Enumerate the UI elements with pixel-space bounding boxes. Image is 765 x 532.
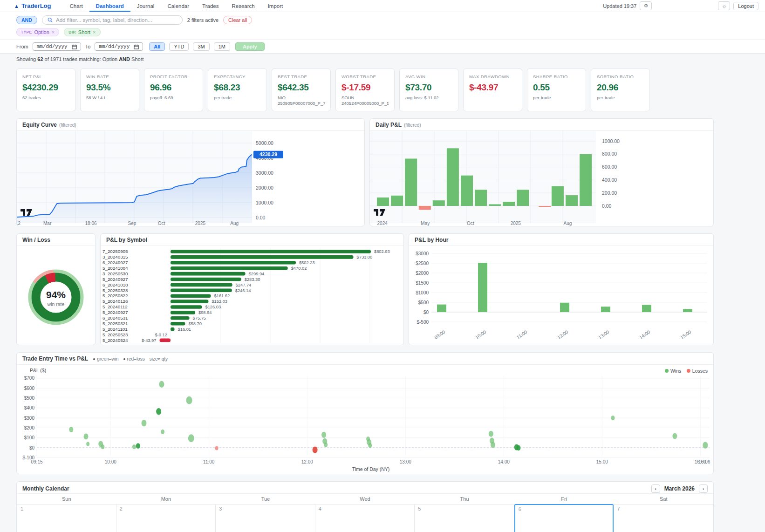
hour-bar <box>683 309 692 312</box>
kpi-card-win-rate: WIN RATE93.5%58 W / 4 L <box>80 68 139 111</box>
chip-category: DIR <box>68 30 76 34</box>
calendar-day-cell-7[interactable]: 7 <box>614 504 713 532</box>
equity-y-tick: 0.00 <box>256 215 266 220</box>
sun-icon: ☼ <box>722 3 726 9</box>
nav-tab-research[interactable]: Research <box>225 0 261 12</box>
hour-bar <box>478 263 487 312</box>
daily-y-tick: 1000.00 <box>602 138 620 144</box>
scatter-x-tick: 14:00 <box>498 459 510 464</box>
scatter-win-point <box>491 442 495 448</box>
chip-remove-icon[interactable]: × <box>52 29 55 35</box>
showing-summary: Showing 62 of 1971 trades matching: Opti… <box>0 54 765 64</box>
nav-tab-calendar[interactable]: Calendar <box>161 0 196 12</box>
kpi-card-net-p-l: NET P&L$4230.2962 trades <box>16 68 75 111</box>
nav-tab-trades[interactable]: Trades <box>196 0 225 12</box>
from-date-input[interactable]: mm/dd/yyyy <box>33 42 81 51</box>
scatter-x-tick: 16:06 <box>698 459 710 464</box>
kpi-label: EXPECTANCY <box>214 74 261 79</box>
scatter-win-point <box>69 427 73 432</box>
hour-x-label: 14:00 <box>638 329 651 340</box>
nav-tab-journal[interactable]: Journal <box>130 0 161 12</box>
scatter-y-tick: $400 <box>24 405 35 410</box>
logout-button[interactable]: Logout <box>733 2 758 10</box>
chip-remove-icon[interactable]: × <box>93 29 96 35</box>
equity-x-label: 2025 <box>195 221 206 226</box>
calendar-date-row: 1234567 <box>17 504 713 532</box>
kpi-value: $68.23 <box>214 82 261 93</box>
kpi-label: WORST TRADE <box>342 74 389 79</box>
equity-y-tick: 1000.00 <box>256 200 273 205</box>
symbol-row-value: $299.94 <box>249 272 265 276</box>
preset-button-all[interactable]: All <box>149 42 165 51</box>
filter-operator-pill[interactable]: AND <box>16 16 37 24</box>
daily-bar <box>377 198 389 206</box>
kpi-label: WIN RATE <box>86 74 133 79</box>
hour-y-tick: $3000 <box>416 251 429 256</box>
symbol-row-label: 5_20241004 <box>102 266 128 271</box>
app-brand[interactable]: ▲ TraderLog <box>14 0 51 12</box>
symbol-row-label: 5_20250328 <box>102 288 128 293</box>
calendar-day-cell-4[interactable]: 4 <box>315 504 415 532</box>
daily-bar <box>539 206 551 207</box>
symbol-row-value: $470.02 <box>291 266 307 271</box>
chevron-left-icon: ‹ <box>655 486 656 491</box>
calendar-weekday-wed: Wed <box>315 494 415 504</box>
calendar-day-cell-3[interactable]: 3 <box>216 504 315 532</box>
preset-button-1m[interactable]: 1M <box>214 42 230 51</box>
symbol-row-label: 5_20250321 <box>102 321 128 326</box>
scatter-note: red=loss <box>123 356 145 361</box>
hour-x-label: 13:00 <box>597 329 610 340</box>
daily-bar <box>475 190 487 206</box>
nav-tab-chart[interactable]: Chart <box>63 0 89 12</box>
equity-y-tick: 5000.00 <box>256 140 273 146</box>
kpi-card-sharpe-ratio: SHARPE RATIO0.55per-trade <box>527 68 586 111</box>
kpi-subtext: 62 trades <box>22 95 69 101</box>
calendar-day-cell-5[interactable]: 5 <box>415 504 514 532</box>
calendar-prev-button[interactable]: ‹ <box>651 484 660 493</box>
kpi-subtext: NIO250905P00007000_P_7_2025090 <box>278 95 325 107</box>
apply-button[interactable]: Apply <box>235 42 265 51</box>
scatter-note: green=win <box>93 356 118 361</box>
refresh-settings-button[interactable]: ⚙ <box>640 1 652 10</box>
hour-x-label: 10:00 <box>474 329 487 340</box>
scatter-win-point <box>516 445 520 451</box>
calendar-day-cell-6[interactable]: 6 <box>514 504 614 532</box>
symbol-row-label: 3_20240315 <box>102 254 128 259</box>
hour-x-label: 15:00 <box>679 329 692 340</box>
scatter-win-point <box>321 432 326 438</box>
scatter-y-axis-title: P&L ($) <box>30 368 46 373</box>
preset-button-3m[interactable]: 3M <box>193 42 209 51</box>
preset-button-ytd[interactable]: YTD <box>169 42 189 51</box>
equity-curve-chart: 0.001000.002000.003000.004000.005000.004… <box>17 131 364 226</box>
scatter-x-tick: 12:00 <box>301 459 313 464</box>
symbol-row-label: 6_20241018 <box>102 282 128 287</box>
calendar-next-button[interactable]: › <box>699 484 708 493</box>
filter-search-box[interactable] <box>42 15 183 25</box>
theme-toggle-button[interactable]: ☼ <box>718 1 730 10</box>
equity-last-value-badge: 4230.29 <box>253 151 283 158</box>
calendar-weekday-sun: Sun <box>17 494 116 504</box>
scatter-y-tick: $0 <box>29 445 35 450</box>
calendar-day-cell-1[interactable]: 1 <box>17 504 116 532</box>
daily-y-tick: 800.00 <box>602 151 617 157</box>
pnl-by-hour-title: P&L by Hour <box>415 237 448 243</box>
symbol-bar <box>171 272 246 276</box>
hour-x-label: 09:00 <box>433 329 446 340</box>
filter-chip-short: DIRShort× <box>64 28 100 36</box>
calendar-day-cell-2[interactable]: 2 <box>116 504 216 532</box>
symbol-row-value: $246.14 <box>235 288 251 293</box>
nav-right: Updated 19:37 ⚙ ☼ Logout <box>603 0 758 12</box>
showing-text-part: of 1971 trades matching: Option <box>43 56 119 62</box>
search-icon <box>48 17 53 23</box>
date-range-bar: From mm/dd/yyyy To mm/dd/yyyy AllYTD3M1M… <box>0 40 765 54</box>
hour-y-tick: $-500 <box>417 320 429 325</box>
clear-all-button[interactable]: Clear all <box>223 16 252 24</box>
filter-bar: AND 2 filters active Clear all TYPEOptio… <box>0 12 765 40</box>
filter-search-input[interactable] <box>56 17 177 23</box>
kpi-card-expectancy: EXPECTANCY$68.23per trade <box>208 68 267 111</box>
nav-tab-dashboard[interactable]: Dashboard <box>89 0 130 12</box>
to-date-input[interactable]: mm/dd/yyyy <box>95 42 143 51</box>
kpi-label: SHARPE RATIO <box>533 74 580 79</box>
equity-y-tick: 3000.00 <box>256 170 273 176</box>
nav-tab-import[interactable]: Import <box>261 0 290 12</box>
